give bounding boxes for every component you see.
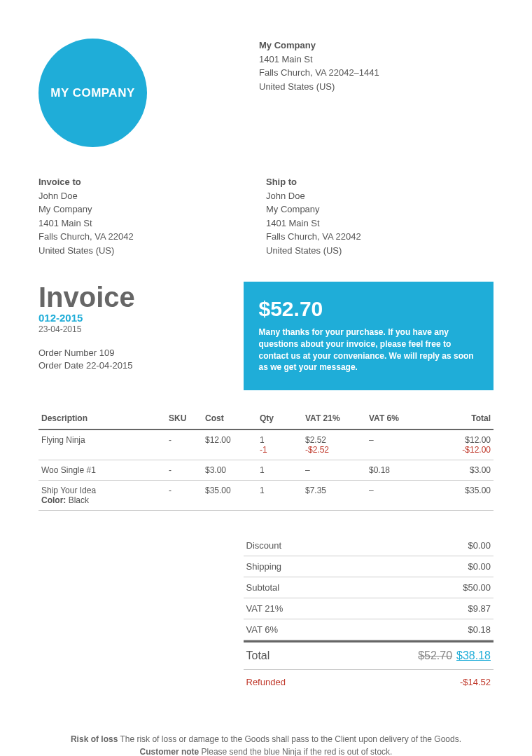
ship-to-company: My Company <box>266 202 493 217</box>
item-description: Ship Your IdeaColor: Black <box>38 481 166 511</box>
vat21-value: $9.87 <box>468 603 491 614</box>
item-description: Woo Single #1 <box>38 460 166 481</box>
item-qty: 1 <box>257 460 302 481</box>
customer-note-label: Customer note <box>140 747 200 756</box>
item-total: $35.00 <box>430 481 493 511</box>
item-sku: - <box>166 460 202 481</box>
item-vat21: – <box>302 460 366 481</box>
item-qty: 1 <box>257 481 302 511</box>
item-cost: $35.00 <box>202 481 257 511</box>
total-old: $52.70 <box>418 650 452 661</box>
item-vat6: – <box>366 481 430 511</box>
shipping-value: $0.00 <box>468 561 491 572</box>
subtotal-label: Subtotal <box>246 582 280 593</box>
thank-you-message: Many thanks for your purchase. If you ha… <box>259 327 479 373</box>
invoice-to-name: John Doe <box>38 189 266 203</box>
risk-label: Risk of loss <box>71 734 118 744</box>
subtotal-value: $50.00 <box>463 582 491 593</box>
ship-to: Ship to John Doe My Company 1401 Main St… <box>266 175 493 257</box>
company-line2: Falls Church, VA 22042–1441 <box>259 66 379 80</box>
logo: MY COMPANY <box>38 39 147 147</box>
amount-box: $52.70 Many thanks for your purchase. If… <box>244 282 494 390</box>
invoice-number: 012-2015 <box>38 312 244 324</box>
invoice-date: 23-04-2015 <box>38 324 244 334</box>
col-vat21: VAT 21% <box>302 408 366 429</box>
col-vat6: VAT 6% <box>366 408 430 429</box>
shipping-label: Shipping <box>246 561 282 572</box>
ship-to-country: United States (US) <box>266 244 493 258</box>
order-date: Order Date 22-04-2015 <box>38 359 244 372</box>
company-name: My Company <box>259 39 379 53</box>
table-row: Ship Your IdeaColor: Black-$35.001$7.35–… <box>38 481 493 511</box>
item-sku: - <box>166 429 202 460</box>
item-cost: $3.00 <box>202 460 257 481</box>
totals-block: Discount $0.00 Shipping $0.00 Subtotal $… <box>244 535 494 694</box>
item-vat6: – <box>366 429 430 460</box>
refunded-label: Refunded <box>246 677 286 687</box>
item-vat21: $2.52-$2.52 <box>302 429 366 460</box>
item-description: Flying Ninja <box>38 429 166 460</box>
totals-discount: Discount $0.00 <box>244 535 494 556</box>
logo-text: MY COMPANY <box>50 86 135 100</box>
ship-to-label: Ship to <box>266 175 493 189</box>
company-country: United States (US) <box>259 80 379 94</box>
totals-subtotal: Subtotal $50.00 <box>244 577 494 598</box>
invoice-to-line2: Falls Church, VA 22042 <box>38 230 266 244</box>
notes: Risk of loss The risk of loss or damage … <box>38 733 493 756</box>
totals-vat21: VAT 21% $9.87 <box>244 598 494 619</box>
table-header-row: Description SKU Cost Qty VAT 21% VAT 6% … <box>38 408 493 429</box>
invoice-meta: Invoice 012-2015 23-04-2015 Order Number… <box>38 282 244 390</box>
totals-grand: Total $52.70$38.18 <box>244 640 494 670</box>
invoice-to: Invoice to John Doe My Company 1401 Main… <box>38 175 266 257</box>
refunded-value: -$14.52 <box>460 677 491 687</box>
invoice-title: Invoice <box>38 282 244 313</box>
discount-label: Discount <box>246 540 282 551</box>
invoice-to-line1: 1401 Main St <box>38 217 266 231</box>
company-address: My Company 1401 Main St Falls Church, VA… <box>259 39 379 147</box>
risk-text: The risk of loss or damage to the Goods … <box>120 734 461 744</box>
col-qty: Qty <box>257 408 302 429</box>
customer-note-text: Please send the blue Ninja if the red is… <box>202 747 393 756</box>
table-row: Woo Single #1-$3.001–$0.18$3.00 <box>38 460 493 481</box>
invoice-amount: $52.70 <box>259 297 479 321</box>
total-label: Total <box>246 650 270 662</box>
item-total: $12.00-$12.00 <box>430 429 493 460</box>
invoice-summary-row: Invoice 012-2015 23-04-2015 Order Number… <box>38 282 493 390</box>
discount-value: $0.00 <box>468 540 491 551</box>
item-vat21: $7.35 <box>302 481 366 511</box>
col-sku: SKU <box>166 408 202 429</box>
line-items-table: Description SKU Cost Qty VAT 21% VAT 6% … <box>38 408 493 511</box>
col-total: Total <box>430 408 493 429</box>
table-row: Flying Ninja-$12.001-1$2.52-$2.52–$12.00… <box>38 429 493 460</box>
totals-vat6: VAT 6% $0.18 <box>244 619 494 640</box>
header: MY COMPANY My Company 1401 Main St Falls… <box>38 39 493 147</box>
ship-to-line2: Falls Church, VA 22042 <box>266 230 493 244</box>
company-line1: 1401 Main St <box>259 53 379 67</box>
order-number: Order Number 109 <box>38 347 244 359</box>
vat6-label: VAT 6% <box>246 624 279 635</box>
ship-to-name: John Doe <box>266 189 493 203</box>
invoice-to-company: My Company <box>38 202 266 217</box>
total-new: $38.18 <box>456 650 491 661</box>
item-qty: 1-1 <box>257 429 302 460</box>
item-total: $3.00 <box>430 460 493 481</box>
col-description: Description <box>38 408 166 429</box>
addresses: Invoice to John Doe My Company 1401 Main… <box>38 175 493 257</box>
item-cost: $12.00 <box>202 429 257 460</box>
item-vat6: $0.18 <box>366 460 430 481</box>
ship-to-line1: 1401 Main St <box>266 217 493 231</box>
vat6-value: $0.18 <box>468 624 491 635</box>
totals-refunded: Refunded -$14.52 <box>244 670 494 694</box>
invoice-to-country: United States (US) <box>38 244 266 258</box>
totals-shipping: Shipping $0.00 <box>244 556 494 577</box>
invoice-to-label: Invoice to <box>38 175 266 189</box>
item-sku: - <box>166 481 202 511</box>
vat21-label: VAT 21% <box>246 603 284 614</box>
col-cost: Cost <box>202 408 257 429</box>
